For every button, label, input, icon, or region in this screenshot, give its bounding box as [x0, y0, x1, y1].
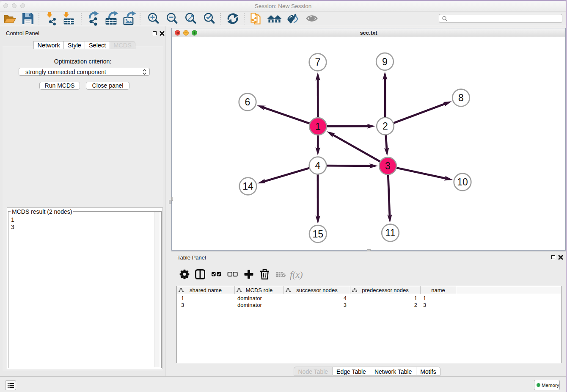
- svg-text:10: 10: [457, 177, 468, 188]
- svg-text:8: 8: [458, 92, 464, 103]
- svg-text:4: 4: [315, 160, 321, 171]
- svg-text:f(x): f(x): [290, 269, 303, 280]
- svg-text:15: 15: [313, 229, 324, 240]
- svg-text:3: 3: [385, 160, 391, 171]
- svg-text:7: 7: [315, 57, 321, 68]
- svg-text:9: 9: [382, 56, 388, 67]
- svg-text:6: 6: [245, 97, 250, 108]
- svg-text:11: 11: [385, 227, 396, 238]
- svg-text:2: 2: [383, 121, 388, 132]
- svg-text:1: 1: [315, 121, 321, 132]
- svg-text:14: 14: [242, 181, 253, 192]
